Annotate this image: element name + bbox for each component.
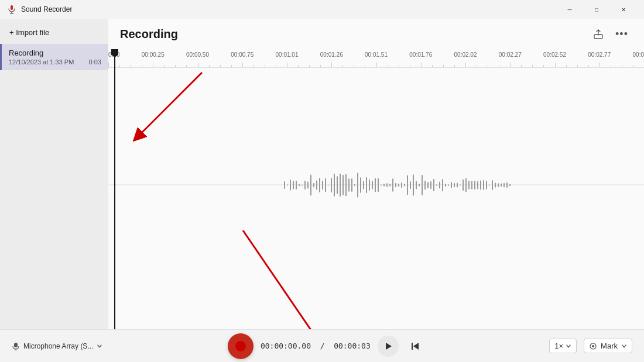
mic-label: Microphone Array (S... [23,342,93,350]
mark-icon [589,342,597,350]
svg-rect-75 [489,185,490,186]
timeline-label: 00:00.50 [186,51,209,58]
timeline-subtick [231,65,232,67]
svg-rect-45 [401,182,402,188]
timeline-subtick [320,65,321,67]
mark-label: Mark [601,342,618,350]
timeline-subtick [532,65,533,67]
svg-rect-46 [404,184,405,187]
svg-rect-11 [302,184,303,185]
svg-rect-66 [463,180,464,191]
timeline-subtick [309,65,310,67]
timeline-label: 00:02.77 [588,51,611,58]
recording-list-item[interactable]: Recording 12/10/2023 at 1:33 PM 0:03 [0,44,108,70]
timeline-tick [376,63,377,67]
speed-label: 1× [554,342,563,350]
svg-rect-67 [465,178,467,192]
svg-rect-17 [319,178,320,192]
svg-rect-0 [11,5,13,10]
timeline-subtick [186,65,187,67]
svg-rect-92 [412,343,413,350]
svg-rect-62 [451,182,452,188]
timeline-label: 00:00.00 [108,51,119,58]
svg-rect-40 [386,183,388,187]
timeline-tick [600,63,600,67]
timeline-tick [331,63,332,67]
svg-rect-48 [410,181,411,189]
timeline-label: 00:00.75 [231,51,254,58]
speed-selector[interactable]: 1× [549,339,577,353]
app-title: Sound Recorder [21,5,72,13]
close-button[interactable]: ✕ [610,0,637,19]
svg-rect-18 [322,181,323,189]
svg-rect-38 [381,184,382,185]
more-options-button[interactable]: ••• [611,23,632,44]
svg-rect-23 [337,176,338,194]
svg-rect-33 [366,177,367,193]
chevron-down-icon [97,343,102,349]
svg-rect-71 [477,181,478,189]
svg-rect-5 [284,181,285,189]
svg-rect-24 [340,174,341,197]
timeline-tick [555,63,556,67]
svg-rect-77 [495,182,496,187]
svg-rect-19 [325,178,326,192]
svg-rect-72 [480,180,481,189]
recording-item-name: Recording [9,49,101,57]
svg-rect-25 [342,175,344,195]
recording-item-date: 12/10/2023 at 1:33 PM [9,58,74,65]
timeline-subtick [175,65,176,67]
timeline-label: 00:02.02 [454,51,477,58]
speed-chevron-icon [566,343,571,349]
app-icon [7,5,16,14]
svg-rect-22 [334,174,335,196]
svg-rect-41 [389,184,390,186]
timeline-subtick [365,65,365,67]
svg-rect-13 [307,182,309,189]
svg-rect-50 [416,181,417,189]
svg-rect-7 [290,180,291,190]
timeline-label: 00:01.01 [276,51,299,58]
timeline-subtick [142,65,142,67]
timeline-tick [287,63,287,67]
restore-button[interactable]: □ [583,0,610,19]
svg-rect-63 [454,183,455,187]
minimize-button[interactable]: ─ [556,0,583,19]
timeline-subtick [588,65,589,67]
timeline-subtick [388,65,388,67]
page-title: Recording [120,27,178,41]
mic-selector[interactable]: Microphone Array (S... [12,342,102,350]
play-button[interactable] [378,336,399,357]
skip-to-start-button[interactable] [406,337,424,356]
timeline-label: 00:00.25 [142,51,165,58]
timeline-subtick [477,65,477,67]
import-file-button[interactable]: + Import file [0,23,108,42]
svg-rect-54 [427,182,429,188]
mark-button[interactable]: Mark [584,339,632,353]
svg-rect-59 [442,179,443,191]
svg-rect-82 [509,184,511,186]
svg-rect-30 [357,173,358,197]
waveform-area: 00:00.0000:00.2500:00.5000:00.7500:01.01… [108,49,644,329]
timeline-label: 00:03.02 [633,51,644,58]
svg-rect-68 [468,181,470,189]
record-button[interactable] [228,333,254,359]
content-header: Recording ••• [108,19,644,49]
timeline-tick [153,63,153,67]
timeline-subtick [454,65,455,67]
timeline-subtick [399,65,399,67]
timeline-subtick [443,65,444,67]
playback-controls: 00:00:00.00 / 00:00:03 [228,333,424,359]
timeline-subtick [354,65,354,67]
svg-rect-9 [296,181,297,189]
timeline-subtick [499,65,499,67]
timeline-label: 00:02.27 [499,51,522,58]
svg-rect-21 [331,178,332,192]
svg-rect-69 [471,181,472,189]
svg-rect-73 [483,180,484,190]
share-button[interactable] [588,23,609,44]
svg-rect-70 [474,181,475,189]
titlebar: Sound Recorder ─ □ ✕ [0,0,644,19]
timeline-subtick [131,65,131,67]
timeline-subtick [488,65,488,67]
